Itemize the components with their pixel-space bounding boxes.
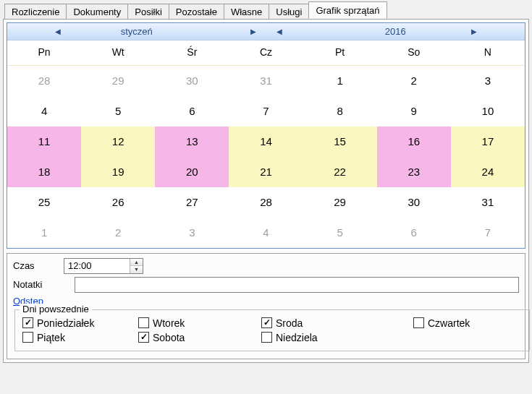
tab-dokumenty[interactable]: Dokumenty	[66, 4, 128, 20]
weekday-checkbox-niedziela[interactable]: Niedziela	[261, 332, 413, 343]
checkbox-icon	[138, 317, 149, 328]
calendar-day[interactable]: 28	[7, 66, 81, 96]
day-header: Śr	[155, 40, 229, 66]
weekday-label: Sobota	[153, 332, 185, 343]
calendar-day[interactable]: 7	[229, 96, 303, 127]
calendar-day[interactable]: 12	[81, 127, 155, 157]
day-header: Wt	[81, 40, 155, 66]
spinner-up-icon[interactable]: ▲	[130, 259, 143, 267]
calendar-day[interactable]: 15	[303, 127, 377, 157]
tab-rozliczenie[interactable]: Rozliczenie	[4, 4, 67, 20]
calendar-day[interactable]: 31	[451, 187, 525, 218]
calendar-day[interactable]: 2	[81, 218, 155, 248]
calendar-day[interactable]: 20	[155, 157, 229, 187]
form-area: Czas 12:00 ▲ ▼ Notatki Odstęp Dni powsze…	[7, 253, 525, 359]
weekday-label: Niedziela	[276, 332, 318, 343]
calendar: ◀ styczeń ▶ ◀ 2016 ▶ PnWtŚrCzPtSoN 28293…	[7, 22, 525, 249]
calendar-day[interactable]: 3	[155, 218, 229, 248]
calendar-day[interactable]: 29	[303, 187, 377, 218]
calendar-day[interactable]: 18	[7, 157, 81, 187]
day-header: Cz	[229, 40, 303, 66]
weekday-label: Czwartek	[428, 317, 470, 329]
weekday-label: Wtorek	[153, 317, 185, 329]
notes-input[interactable]	[75, 277, 519, 293]
calendar-day[interactable]: 6	[155, 96, 229, 127]
time-label: Czas	[13, 260, 64, 271]
calendar-day[interactable]: 11	[7, 127, 81, 157]
weekday-group: Dni powszednie PoniedziałekWtorekSrodaCz…	[14, 309, 530, 351]
calendar-day[interactable]: 6	[377, 218, 451, 248]
calendar-day[interactable]: 5	[81, 96, 155, 127]
calendar-day[interactable]: 30	[155, 66, 229, 96]
checkbox-icon	[22, 317, 33, 328]
checkbox-icon	[413, 317, 424, 328]
calendar-day[interactable]: 25	[7, 187, 81, 218]
weekday-label: Piątek	[37, 332, 65, 343]
calendar-day[interactable]: 2	[377, 66, 451, 96]
calendar-day[interactable]: 13	[155, 127, 229, 157]
calendar-day[interactable]: 17	[451, 127, 525, 157]
tab-usługi[interactable]: Usługi	[269, 4, 309, 20]
weekday-checkbox-sobota[interactable]: Sobota	[138, 332, 261, 343]
tab-pozostałe[interactable]: Pozostałe	[169, 4, 224, 20]
notes-label: Notatki	[13, 279, 64, 290]
calendar-day[interactable]: 3	[451, 66, 525, 96]
weekday-checkbox-czwartek[interactable]: Czwartek	[413, 317, 522, 329]
month-nav: ◀ styczeń ▶	[7, 26, 266, 37]
month-label[interactable]: styczeń	[117, 26, 157, 37]
calendar-day[interactable]: 29	[81, 66, 155, 96]
next-month-icon[interactable]: ▶	[246, 27, 261, 35]
calendar-day[interactable]: 4	[229, 218, 303, 248]
calendar-day[interactable]: 4	[7, 96, 81, 127]
time-value: 12:00	[64, 260, 130, 271]
year-nav: ◀ 2016 ▶	[266, 26, 525, 37]
weekday-checkbox-piątek[interactable]: Piątek	[22, 332, 138, 343]
prev-month-icon[interactable]: ◀	[51, 27, 65, 35]
time-spinner: ▲ ▼	[130, 259, 143, 273]
weekday-label: Poniedziałek	[37, 317, 94, 329]
calendar-day[interactable]: 14	[229, 127, 303, 157]
time-input[interactable]: 12:00 ▲ ▼	[64, 258, 143, 274]
day-header: N	[451, 40, 525, 66]
calendar-day[interactable]: 19	[81, 157, 155, 187]
calendar-day[interactable]: 9	[377, 96, 451, 127]
prev-year-icon[interactable]: ◀	[272, 27, 287, 35]
checkbox-icon	[261, 332, 272, 343]
calendar-day[interactable]: 10	[451, 96, 525, 127]
calendar-day[interactable]: 1	[7, 218, 81, 248]
tab-panel: ◀ styczeń ▶ ◀ 2016 ▶ PnWtŚrCzPtSoN 28293…	[3, 19, 529, 363]
weekday-checkbox-poniedziałek[interactable]: Poniedziałek	[22, 317, 138, 329]
calendar-grid: PnWtŚrCzPtSoN 28293031123456789101112131…	[7, 40, 525, 248]
tab-bar: RozliczenieDokumentyPosiłkiPozostałeWłas…	[3, 1, 529, 19]
day-header: Pn	[7, 40, 81, 66]
checkbox-icon	[138, 332, 149, 343]
weekday-label: Sroda	[276, 317, 303, 329]
checkbox-icon	[261, 317, 272, 328]
weekday-checkbox-wtorek[interactable]: Wtorek	[138, 317, 261, 329]
tab-grafik sprzątań[interactable]: Grafik sprzątań	[308, 1, 387, 19]
calendar-day[interactable]: 1	[303, 66, 377, 96]
calendar-day[interactable]: 24	[451, 157, 525, 187]
spinner-down-icon[interactable]: ▼	[130, 266, 143, 273]
tab-posiłki[interactable]: Posiłki	[127, 4, 169, 20]
calendar-day[interactable]: 16	[377, 127, 451, 157]
year-label[interactable]: 2016	[381, 26, 410, 37]
next-year-icon[interactable]: ▶	[467, 27, 481, 35]
day-header: So	[377, 40, 451, 66]
day-header: Pt	[303, 40, 377, 66]
calendar-day[interactable]: 26	[81, 187, 155, 218]
weekday-checkbox-sroda[interactable]: Sroda	[261, 317, 413, 329]
calendar-day[interactable]: 27	[155, 187, 229, 218]
calendar-day[interactable]: 8	[303, 96, 377, 127]
calendar-day[interactable]: 21	[229, 157, 303, 187]
checkbox-icon	[22, 332, 33, 343]
calendar-day[interactable]: 28	[229, 187, 303, 218]
weekday-group-title: Dni powszednie	[20, 304, 92, 314]
calendar-day[interactable]: 23	[377, 157, 451, 187]
calendar-day[interactable]: 30	[377, 187, 451, 218]
calendar-day[interactable]: 22	[303, 157, 377, 187]
calendar-day[interactable]: 7	[451, 218, 525, 248]
calendar-day[interactable]: 31	[229, 66, 303, 96]
calendar-day[interactable]: 5	[303, 218, 377, 248]
tab-własne[interactable]: Własne	[224, 4, 269, 20]
